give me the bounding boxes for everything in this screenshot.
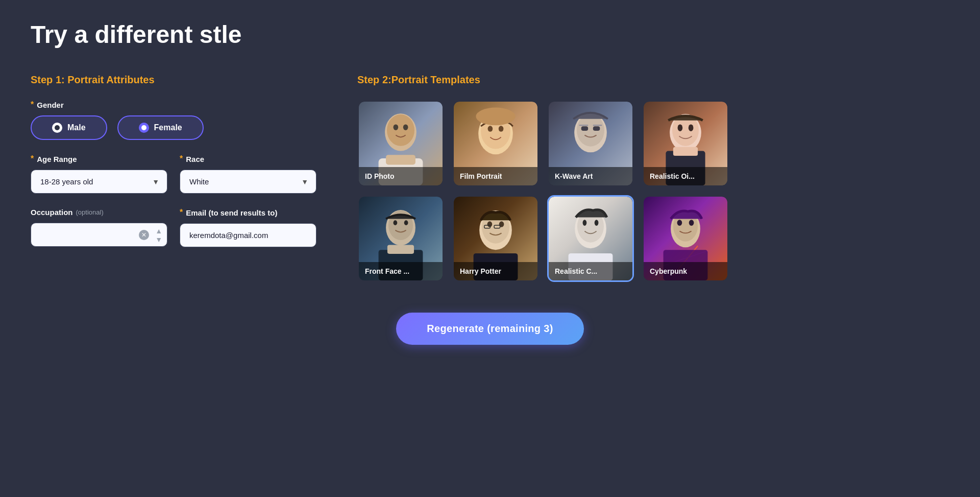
age-range-col: * Age Range 18-28 years old 29-39 years …: [31, 154, 167, 194]
gender-male-button[interactable]: Male: [31, 115, 107, 140]
template-k-wave-art-label: K-Wave Art: [549, 167, 632, 185]
race-label: * Race: [180, 154, 316, 163]
svg-point-12: [476, 108, 515, 126]
templates-grid: ID Photo: [357, 100, 949, 282]
main-layout: Step 1: Portrait Attributes * Gender Mal…: [31, 74, 949, 282]
gender-group: Male Female: [31, 115, 316, 140]
step1-title: Step 1: Portrait Attributes: [31, 74, 316, 86]
svg-point-4: [403, 124, 408, 130]
template-film-portrait-label: Film Portrait: [454, 167, 537, 185]
template-id-photo-label: ID Photo: [359, 167, 443, 185]
age-required-star: *: [31, 154, 34, 163]
gender-female-button[interactable]: Female: [117, 115, 204, 140]
page-title: Try a different stle: [31, 20, 949, 49]
occupation-clear-button[interactable]: ✕: [139, 230, 149, 240]
template-cyberpunk[interactable]: Cyberpunk: [642, 195, 729, 282]
svg-point-29: [404, 220, 408, 225]
occupation-optional-label: (optional): [76, 208, 104, 216]
svg-point-50: [689, 220, 694, 226]
template-cyberpunk-label: Cyberpunk: [644, 262, 727, 280]
email-required-star: *: [180, 208, 183, 217]
regenerate-btn-wrapper: Regenerate (remaining 3): [31, 313, 949, 345]
occupation-col: Occupation (optional) ✕ ▲ ▼: [31, 208, 167, 247]
email-input[interactable]: [180, 223, 316, 247]
svg-point-11: [499, 126, 504, 132]
race-required-star: *: [180, 154, 183, 163]
age-range-select[interactable]: 18-28 years old 29-39 years old 40-50 ye…: [31, 170, 167, 194]
svg-rect-17: [593, 126, 600, 131]
email-col: * Email (to send results to): [180, 208, 316, 247]
age-range-select-wrapper: 18-28 years old 29-39 years old 40-50 ye…: [31, 170, 167, 194]
template-id-photo[interactable]: ID Photo: [357, 100, 444, 187]
template-front-face-label: Front Face ...: [359, 262, 443, 280]
race-select-wrapper: White Asian Black Hispanic Other ▼: [180, 170, 316, 194]
template-film-portrait[interactable]: Film Portrait: [452, 100, 539, 187]
occupation-label: Occupation (optional): [31, 208, 167, 217]
svg-point-21: [678, 124, 683, 131]
step1-panel: Step 1: Portrait Attributes * Gender Mal…: [31, 74, 316, 262]
svg-point-3: [394, 124, 399, 130]
gender-label: * Gender: [31, 100, 316, 109]
svg-point-35: [487, 221, 493, 227]
template-realistic-oi[interactable]: Realistic Oi...: [642, 100, 729, 187]
svg-point-49: [677, 220, 682, 226]
gender-male-label: Male: [67, 123, 86, 132]
template-harry-potter[interactable]: Harry Potter: [452, 195, 539, 282]
svg-rect-6: [386, 155, 415, 164]
template-realistic-c-label: Realistic C...: [549, 262, 632, 280]
email-input-wrapper: [180, 223, 316, 247]
template-realistic-oi-label: Realistic Oi...: [644, 167, 727, 185]
age-range-label: * Age Range: [31, 154, 167, 163]
occupation-input-wrapper: ✕ ▲ ▼: [31, 223, 167, 247]
template-front-face[interactable]: Front Face ...: [357, 195, 444, 282]
gender-female-radio: [139, 123, 149, 133]
occupation-spinner-icon: ▲ ▼: [155, 226, 162, 243]
svg-rect-24: [673, 147, 698, 156]
svg-rect-16: [581, 126, 589, 131]
regenerate-button[interactable]: Regenerate (remaining 3): [396, 313, 583, 345]
svg-point-44: [595, 220, 599, 226]
age-race-row: * Age Range 18-28 years old 29-39 years …: [31, 154, 316, 194]
svg-point-43: [583, 220, 587, 226]
gender-female-label: Female: [154, 123, 182, 132]
svg-rect-31: [387, 245, 414, 254]
race-select[interactable]: White Asian Black Hispanic Other: [180, 170, 316, 194]
svg-point-10: [488, 126, 493, 132]
template-realistic-c[interactable]: Realistic C...: [547, 195, 634, 282]
gender-required-star: *: [31, 100, 34, 109]
race-col: * Race White Asian Black Hispanic Other …: [180, 154, 316, 194]
email-label: * Email (to send results to): [180, 208, 316, 217]
gender-male-radio: [52, 123, 62, 133]
step2-panel: Step 2:Portrait Templates: [357, 74, 949, 282]
template-k-wave-art[interactable]: K-Wave Art: [547, 100, 634, 187]
svg-point-28: [394, 220, 398, 225]
svg-point-2: [387, 114, 414, 146]
step2-title: Step 2:Portrait Templates: [357, 74, 949, 86]
svg-point-22: [689, 124, 694, 131]
template-harry-potter-label: Harry Potter: [454, 262, 537, 280]
occupation-email-row: Occupation (optional) ✕ ▲ ▼ * Email (to …: [31, 208, 316, 247]
